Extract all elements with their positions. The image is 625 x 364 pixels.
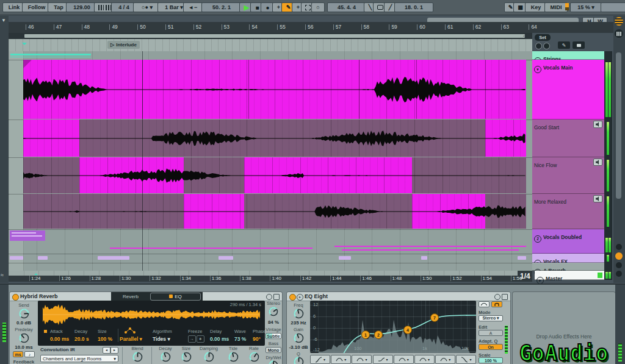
scroll-button[interactable] — [616, 271, 622, 277]
vocals-fx-clip[interactable] — [421, 256, 427, 260]
device-on-button[interactable] — [289, 294, 296, 301]
scroll-button[interactable] — [616, 244, 622, 250]
stereo-knob[interactable] — [268, 306, 279, 319]
cpu-load-field[interactable]: 15 % ▾ — [570, 2, 602, 12]
prev-ir-button[interactable]: ◂ — [103, 347, 110, 354]
ir-preset-select[interactable]: Chambers and Large Rooms▾ — [40, 355, 118, 362]
take-lane-header-nice-flow[interactable]: Nice Flow — [532, 157, 604, 194]
predelay-ms-button[interactable]: ms — [13, 351, 23, 357]
take-lane-header-good-start[interactable]: Good Start — [532, 120, 604, 157]
adaptq-toggle[interactable]: On — [479, 344, 503, 350]
set-locator-button[interactable]: Set — [535, 34, 551, 41]
automation-mode-button[interactable] — [615, 252, 623, 260]
track-row-a-reverb[interactable] — [9, 263, 532, 271]
eq-band-handle[interactable]: 2 — [374, 330, 383, 339]
loop-start-field[interactable]: 45. 4. 4 — [327, 2, 366, 12]
track-header-strings[interactable]: ▸Strings — [532, 51, 604, 60]
rate-knob[interactable] — [248, 351, 260, 364]
wave-view-icon[interactable]: ≈ — [1, 272, 4, 278]
vintage-selector[interactable]: Subtle — [266, 333, 281, 339]
gain-value[interactable]: -3.10 dB — [287, 344, 310, 350]
phase-value[interactable]: 90° — [253, 336, 261, 342]
delay-value[interactable]: 0.00 ms — [210, 336, 229, 342]
filter-band-1-selector[interactable]: ▾ — [310, 355, 330, 364]
vocals-fx-clip[interactable] — [518, 256, 526, 260]
vocals-doubled-clip[interactable] — [342, 249, 519, 251]
nudge-buttons[interactable]: ◂ − — [183, 2, 204, 12]
hybrid-reverb-device[interactable]: Hybrid Reverb Reverb EQ Send 0.0 dB Pred… — [10, 292, 282, 364]
track-header-a-reverb[interactable]: ▸A Reverb — [532, 263, 604, 271]
time-ruler[interactable]: 1/4 1:241:261:281:301:321:341:361:381:40… — [9, 271, 532, 282]
filter-band-4-selector[interactable]: ▾ — [373, 355, 393, 364]
device-title-bar[interactable]: Hybrid Reverb Reverb EQ — [10, 292, 282, 301]
audition-take-button[interactable] — [593, 159, 602, 166]
vocals-fx-clip[interactable] — [10, 256, 23, 260]
edit-channel-button[interactable]: A — [479, 330, 503, 336]
vocals-doubled-clip[interactable] — [110, 248, 312, 249]
eq-band-handle[interactable]: 1 — [361, 330, 370, 339]
spectrum-toggle-button[interactable] — [479, 301, 490, 307]
mixer-view-icon[interactable] — [615, 29, 623, 38]
filter-band-6-selector[interactable]: ▾ — [414, 355, 435, 364]
hotswap-icon[interactable] — [494, 294, 500, 300]
size-knob[interactable] — [181, 351, 192, 364]
track-header-vocals-doubled[interactable]: 2Vocals Doubled — [532, 229, 604, 254]
damping-knob[interactable] — [203, 351, 215, 364]
next-ir-button[interactable]: ▸ — [110, 347, 118, 354]
vertical-scrollbar[interactable] — [616, 52, 621, 199]
arrangement-area[interactable] — [9, 51, 532, 271]
predelay-sync-button[interactable]: ♪ — [24, 351, 35, 357]
show-overview-icon[interactable]: ▼ — [1, 18, 6, 23]
follow-button[interactable]: Follow — [22, 2, 51, 12]
take-lane-more-relaxed[interactable] — [9, 194, 532, 230]
filter-band-7-selector[interactable]: ▾ — [435, 355, 455, 364]
draw-envelope-button[interactable]: ✎ — [558, 41, 570, 49]
clip-overview-icon[interactable] — [615, 17, 623, 26]
arrangement-position-field[interactable]: 50. 2. 1 — [201, 2, 242, 12]
filter-band-8-selector[interactable]: ▾ — [456, 355, 476, 364]
decay-value[interactable]: 20.0 s — [74, 336, 89, 342]
vocals-fx-clip[interactable] — [219, 256, 233, 260]
tempo-field[interactable]: 129.00 — [66, 2, 98, 12]
size-value[interactable]: 100 % — [98, 336, 112, 342]
take-lane-good-start[interactable] — [9, 120, 532, 158]
filter-band-2-selector[interactable]: ▾ — [331, 355, 351, 364]
bass-mono-selector[interactable]: Mono — [266, 347, 281, 353]
blend-knob[interactable] — [132, 351, 143, 364]
track-row-vocals-main[interactable] — [9, 60, 532, 120]
loop-region-lane[interactable]: ▷ ◁ — [9, 33, 532, 39]
filter-band-3-selector[interactable]: ▾ — [352, 355, 372, 364]
mode-selector[interactable]: Stereo ▾ — [479, 315, 503, 321]
q-knob[interactable] — [293, 356, 305, 364]
wave-value[interactable]: 73 % — [234, 336, 246, 342]
scale-value[interactable]: 100 % — [479, 357, 503, 363]
tab-reverb[interactable]: Reverb — [111, 294, 150, 299]
freq-value[interactable]: 235 Hz — [287, 320, 310, 326]
dry-wet-knob[interactable] — [268, 360, 279, 364]
loop-length-field[interactable]: 18. 0. 1 — [394, 2, 433, 12]
eq-band-handle[interactable]: 7 — [430, 313, 439, 322]
vocals-fx-clip[interactable] — [339, 256, 351, 260]
hotswap-icon[interactable] — [266, 294, 272, 300]
audition-button[interactable] — [491, 301, 502, 307]
strings-clip[interactable] — [10, 54, 91, 55]
tide-knob[interactable] — [228, 351, 239, 364]
scroll-button[interactable] — [616, 262, 622, 268]
eq-enabled-checkbox[interactable] — [169, 294, 173, 298]
key-map-button[interactable]: Key — [525, 2, 547, 12]
routing-selector[interactable]: Parallel ▾ — [120, 336, 142, 342]
playhead[interactable] — [142, 51, 143, 271]
eq-eight-device[interactable]: ▸ EQ Eight Freq 235 Hz Gain -3.10 dB Q — [287, 292, 510, 364]
vocals-doubled-clip[interactable] — [334, 246, 526, 247]
vocals-fx-clip[interactable] — [98, 256, 129, 260]
freeze-button[interactable]: ∗ — [197, 335, 204, 343]
take-lane-header-more-relaxed[interactable]: More Relaxed — [532, 194, 604, 229]
arrangement-region-bar[interactable] — [24, 34, 525, 38]
locator-marker[interactable]: ▷Interlude — [107, 41, 140, 49]
filter-band-5-selector[interactable]: ▾ — [394, 355, 414, 364]
scrub-lane[interactable]: ▷Interlude — [9, 39, 532, 51]
save-preset-icon[interactable] — [273, 294, 280, 300]
track-row-strings[interactable] — [9, 51, 532, 60]
vocals-doubled-clip[interactable] — [10, 230, 45, 241]
unfold-track-icon[interactable]: ▾ — [534, 66, 541, 73]
